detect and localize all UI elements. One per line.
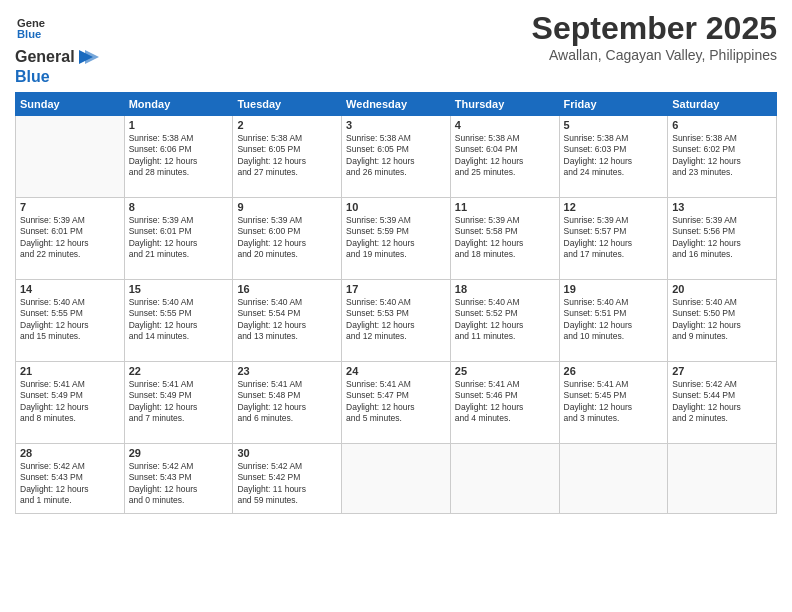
title-area: September 2025 Awallan, Cagayan Valley, … xyxy=(532,10,777,63)
calendar-cell: 22Sunrise: 5:41 AMSunset: 5:49 PMDayligh… xyxy=(124,362,233,444)
calendar-cell xyxy=(668,444,777,514)
day-info: Sunrise: 5:40 AMSunset: 5:55 PMDaylight:… xyxy=(129,297,229,343)
day-info: Sunrise: 5:39 AMSunset: 5:57 PMDaylight:… xyxy=(564,215,664,261)
svg-text:General: General xyxy=(17,17,45,29)
day-info: Sunrise: 5:39 AMSunset: 6:01 PMDaylight:… xyxy=(129,215,229,261)
day-info: Sunrise: 5:40 AMSunset: 5:50 PMDaylight:… xyxy=(672,297,772,343)
day-number: 20 xyxy=(672,283,772,295)
calendar-cell: 19Sunrise: 5:40 AMSunset: 5:51 PMDayligh… xyxy=(559,280,668,362)
day-number: 1 xyxy=(129,119,229,131)
logo-arrow-icon xyxy=(77,46,99,68)
day-info: Sunrise: 5:39 AMSunset: 5:59 PMDaylight:… xyxy=(346,215,446,261)
day-number: 12 xyxy=(564,201,664,213)
calendar-cell: 18Sunrise: 5:40 AMSunset: 5:52 PMDayligh… xyxy=(450,280,559,362)
day-info: Sunrise: 5:38 AMSunset: 6:04 PMDaylight:… xyxy=(455,133,555,179)
day-number: 4 xyxy=(455,119,555,131)
calendar-header-row: SundayMondayTuesdayWednesdayThursdayFrid… xyxy=(16,93,777,116)
day-info: Sunrise: 5:40 AMSunset: 5:52 PMDaylight:… xyxy=(455,297,555,343)
day-number: 2 xyxy=(237,119,337,131)
day-number: 16 xyxy=(237,283,337,295)
calendar-cell: 6Sunrise: 5:38 AMSunset: 6:02 PMDaylight… xyxy=(668,116,777,198)
header: General Blue General Blue September 202 xyxy=(15,10,777,86)
day-number: 18 xyxy=(455,283,555,295)
day-number: 21 xyxy=(20,365,120,377)
day-info: Sunrise: 5:42 AMSunset: 5:43 PMDaylight:… xyxy=(129,461,229,507)
calendar-cell: 20Sunrise: 5:40 AMSunset: 5:50 PMDayligh… xyxy=(668,280,777,362)
logo: General Blue General Blue xyxy=(15,14,99,86)
calendar-cell: 30Sunrise: 5:42 AMSunset: 5:42 PMDayligh… xyxy=(233,444,342,514)
calendar-cell: 25Sunrise: 5:41 AMSunset: 5:46 PMDayligh… xyxy=(450,362,559,444)
day-number: 25 xyxy=(455,365,555,377)
calendar-cell: 10Sunrise: 5:39 AMSunset: 5:59 PMDayligh… xyxy=(342,198,451,280)
day-number: 13 xyxy=(672,201,772,213)
calendar-cell: 16Sunrise: 5:40 AMSunset: 5:54 PMDayligh… xyxy=(233,280,342,362)
day-number: 23 xyxy=(237,365,337,377)
calendar-week-row: 28Sunrise: 5:42 AMSunset: 5:43 PMDayligh… xyxy=(16,444,777,514)
logo-icon: General Blue xyxy=(17,14,45,42)
day-number: 30 xyxy=(237,447,337,459)
calendar-day-header: Monday xyxy=(124,93,233,116)
day-info: Sunrise: 5:42 AMSunset: 5:43 PMDaylight:… xyxy=(20,461,120,507)
day-number: 17 xyxy=(346,283,446,295)
day-number: 27 xyxy=(672,365,772,377)
day-info: Sunrise: 5:41 AMSunset: 5:45 PMDaylight:… xyxy=(564,379,664,425)
day-info: Sunrise: 5:42 AMSunset: 5:44 PMDaylight:… xyxy=(672,379,772,425)
day-number: 11 xyxy=(455,201,555,213)
day-info: Sunrise: 5:41 AMSunset: 5:46 PMDaylight:… xyxy=(455,379,555,425)
day-info: Sunrise: 5:40 AMSunset: 5:51 PMDaylight:… xyxy=(564,297,664,343)
calendar-cell: 9Sunrise: 5:39 AMSunset: 6:00 PMDaylight… xyxy=(233,198,342,280)
day-info: Sunrise: 5:42 AMSunset: 5:42 PMDaylight:… xyxy=(237,461,337,507)
day-info: Sunrise: 5:38 AMSunset: 6:05 PMDaylight:… xyxy=(237,133,337,179)
calendar-cell: 5Sunrise: 5:38 AMSunset: 6:03 PMDaylight… xyxy=(559,116,668,198)
day-info: Sunrise: 5:41 AMSunset: 5:48 PMDaylight:… xyxy=(237,379,337,425)
day-number: 15 xyxy=(129,283,229,295)
day-info: Sunrise: 5:39 AMSunset: 5:58 PMDaylight:… xyxy=(455,215,555,261)
day-number: 5 xyxy=(564,119,664,131)
day-info: Sunrise: 5:41 AMSunset: 5:49 PMDaylight:… xyxy=(129,379,229,425)
calendar-cell: 23Sunrise: 5:41 AMSunset: 5:48 PMDayligh… xyxy=(233,362,342,444)
day-info: Sunrise: 5:41 AMSunset: 5:49 PMDaylight:… xyxy=(20,379,120,425)
day-info: Sunrise: 5:38 AMSunset: 6:06 PMDaylight:… xyxy=(129,133,229,179)
calendar-cell: 14Sunrise: 5:40 AMSunset: 5:55 PMDayligh… xyxy=(16,280,125,362)
svg-marker-3 xyxy=(85,50,99,64)
day-number: 8 xyxy=(129,201,229,213)
calendar-cell: 3Sunrise: 5:38 AMSunset: 6:05 PMDaylight… xyxy=(342,116,451,198)
calendar-cell: 2Sunrise: 5:38 AMSunset: 6:05 PMDaylight… xyxy=(233,116,342,198)
day-number: 26 xyxy=(564,365,664,377)
calendar-cell: 29Sunrise: 5:42 AMSunset: 5:43 PMDayligh… xyxy=(124,444,233,514)
calendar-day-header: Friday xyxy=(559,93,668,116)
day-info: Sunrise: 5:40 AMSunset: 5:55 PMDaylight:… xyxy=(20,297,120,343)
calendar-week-row: 14Sunrise: 5:40 AMSunset: 5:55 PMDayligh… xyxy=(16,280,777,362)
day-number: 6 xyxy=(672,119,772,131)
calendar-table: SundayMondayTuesdayWednesdayThursdayFrid… xyxy=(15,92,777,514)
calendar-cell: 17Sunrise: 5:40 AMSunset: 5:53 PMDayligh… xyxy=(342,280,451,362)
location-subtitle: Awallan, Cagayan Valley, Philippines xyxy=(532,47,777,63)
calendar-cell: 8Sunrise: 5:39 AMSunset: 6:01 PMDaylight… xyxy=(124,198,233,280)
calendar-week-row: 7Sunrise: 5:39 AMSunset: 6:01 PMDaylight… xyxy=(16,198,777,280)
page: General Blue General Blue September 202 xyxy=(0,0,792,612)
calendar-cell: 7Sunrise: 5:39 AMSunset: 6:01 PMDaylight… xyxy=(16,198,125,280)
day-info: Sunrise: 5:39 AMSunset: 5:56 PMDaylight:… xyxy=(672,215,772,261)
calendar-cell xyxy=(16,116,125,198)
day-number: 19 xyxy=(564,283,664,295)
day-info: Sunrise: 5:39 AMSunset: 6:00 PMDaylight:… xyxy=(237,215,337,261)
day-number: 22 xyxy=(129,365,229,377)
day-number: 10 xyxy=(346,201,446,213)
month-title: September 2025 xyxy=(532,10,777,47)
calendar-cell: 12Sunrise: 5:39 AMSunset: 5:57 PMDayligh… xyxy=(559,198,668,280)
calendar-cell: 13Sunrise: 5:39 AMSunset: 5:56 PMDayligh… xyxy=(668,198,777,280)
calendar-day-header: Sunday xyxy=(16,93,125,116)
calendar-day-header: Wednesday xyxy=(342,93,451,116)
day-info: Sunrise: 5:41 AMSunset: 5:47 PMDaylight:… xyxy=(346,379,446,425)
calendar-day-header: Thursday xyxy=(450,93,559,116)
calendar-day-header: Saturday xyxy=(668,93,777,116)
calendar-cell: 11Sunrise: 5:39 AMSunset: 5:58 PMDayligh… xyxy=(450,198,559,280)
day-info: Sunrise: 5:38 AMSunset: 6:03 PMDaylight:… xyxy=(564,133,664,179)
logo-text-blue: Blue xyxy=(15,68,99,86)
day-number: 9 xyxy=(237,201,337,213)
calendar-cell: 21Sunrise: 5:41 AMSunset: 5:49 PMDayligh… xyxy=(16,362,125,444)
day-number: 14 xyxy=(20,283,120,295)
calendar-cell: 15Sunrise: 5:40 AMSunset: 5:55 PMDayligh… xyxy=(124,280,233,362)
day-number: 3 xyxy=(346,119,446,131)
calendar-cell xyxy=(559,444,668,514)
